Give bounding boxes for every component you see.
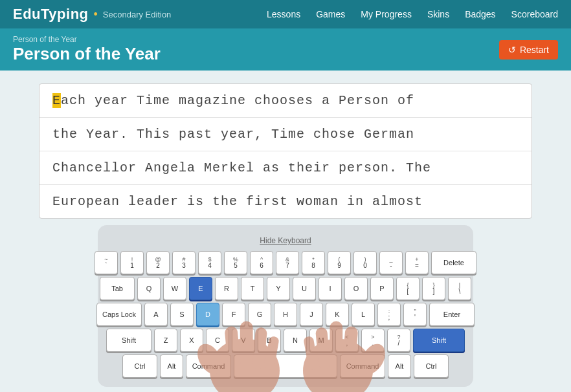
key-y[interactable]: Y bbox=[267, 277, 290, 300]
nav-games[interactable]: Games bbox=[316, 9, 345, 19]
key-s[interactable]: S bbox=[170, 303, 194, 326]
nav-skins[interactable]: Skins bbox=[427, 9, 449, 19]
subheader: Person of the Year Person of the Year ↺ … bbox=[0, 28, 571, 71]
key-alt-right[interactable]: Alt bbox=[388, 354, 411, 378]
key-shift-right[interactable]: Shift bbox=[413, 329, 465, 352]
key-k[interactable]: K bbox=[326, 303, 349, 326]
key-7[interactable]: &7 bbox=[276, 251, 299, 274]
key-x[interactable]: X bbox=[180, 329, 203, 352]
key-ctrl-left[interactable]: Ctrl bbox=[122, 354, 157, 378]
qwerty-row: Tab Q W E R T Y U I O P {[ }] |\ bbox=[108, 277, 463, 300]
typing-line-2: the Year. This past year, Time chose Ger… bbox=[39, 118, 532, 151]
nav-scoreboard[interactable]: Scoreboard bbox=[511, 9, 558, 19]
typing-line-1: Each year Time magazine chooses a Person… bbox=[39, 84, 532, 118]
key-space[interactable] bbox=[234, 354, 337, 378]
key-j[interactable]: J bbox=[300, 303, 323, 326]
key-shift-left[interactable]: Shift bbox=[106, 329, 151, 352]
key-h[interactable]: H bbox=[274, 303, 297, 326]
key-a[interactable]: A bbox=[144, 303, 168, 326]
key-command-right[interactable]: Command bbox=[340, 354, 385, 378]
brand: EduTyping • Secondary Edition bbox=[13, 6, 171, 23]
key-o[interactable]: O bbox=[344, 277, 368, 300]
breadcrumb: Person of the Year bbox=[13, 35, 161, 44]
key-n[interactable]: N bbox=[284, 329, 307, 352]
zxcv-row: Shift Z X C V B N M <, >. ?/ Shift bbox=[108, 329, 463, 352]
key-delete[interactable]: Delete bbox=[431, 251, 476, 274]
key-lbracket[interactable]: {[ bbox=[396, 277, 420, 300]
keyboard-header: Hide Keyboard bbox=[108, 234, 463, 246]
key-tilde[interactable]: ~` bbox=[95, 251, 118, 274]
restart-label: Restart bbox=[520, 45, 549, 55]
key-equals[interactable]: += bbox=[405, 251, 429, 274]
key-4[interactable]: $4 bbox=[198, 251, 221, 274]
key-5[interactable]: %5 bbox=[224, 251, 247, 274]
key-command-left[interactable]: Command bbox=[186, 354, 231, 378]
bottom-row: Ctrl Alt Command Command Alt Ctrl bbox=[108, 354, 463, 378]
nav-lessons[interactable]: Lessons bbox=[267, 9, 300, 19]
brand-dot: • bbox=[94, 8, 98, 21]
key-u[interactable]: U bbox=[293, 277, 316, 300]
key-t[interactable]: T bbox=[241, 277, 264, 300]
header: EduTyping • Secondary Edition Lessons Ga… bbox=[0, 0, 571, 28]
key-capslock[interactable]: Caps Lock bbox=[96, 303, 142, 326]
key-ctrl-right[interactable]: Ctrl bbox=[414, 354, 449, 378]
number-row: ~` !1 @2 #3 $4 %5 ^6 &7 *8 (9 )0 _- += D… bbox=[108, 251, 463, 274]
typing-area[interactable]: Each year Time magazine chooses a Person… bbox=[39, 83, 532, 219]
main-content: Each year Time magazine chooses a Person… bbox=[0, 71, 571, 392]
key-period[interactable]: >. bbox=[361, 329, 385, 352]
key-q[interactable]: Q bbox=[137, 277, 161, 300]
typing-line-3: Chancellor Angela Merkel as their person… bbox=[39, 151, 532, 185]
key-0[interactable]: )0 bbox=[353, 251, 377, 274]
key-1[interactable]: !1 bbox=[120, 251, 144, 274]
typing-line-4: European leader is the first woman in al… bbox=[39, 185, 532, 218]
key-e[interactable]: E bbox=[189, 277, 212, 300]
hide-keyboard-button[interactable]: Hide Keyboard bbox=[260, 236, 311, 245]
current-char: E bbox=[52, 93, 61, 108]
nav-badges[interactable]: Badges bbox=[465, 9, 495, 19]
key-3[interactable]: #3 bbox=[172, 251, 196, 274]
keyboard: Hide Keyboard ~` !1 @2 #3 $4 %5 ^6 &7 *8… bbox=[98, 225, 473, 387]
key-z[interactable]: Z bbox=[154, 329, 177, 352]
key-rbracket[interactable]: }] bbox=[422, 277, 445, 300]
key-r[interactable]: R bbox=[215, 277, 238, 300]
key-enter[interactable]: Enter bbox=[429, 303, 475, 326]
key-alt-left[interactable]: Alt bbox=[160, 354, 183, 378]
key-quote[interactable]: "' bbox=[403, 303, 427, 326]
key-2[interactable]: @2 bbox=[146, 251, 170, 274]
restart-button[interactable]: ↺ Restart bbox=[499, 40, 558, 60]
brand-subtitle: Secondary Edition bbox=[103, 10, 172, 19]
keyboard-wrapper: Hide Keyboard ~` !1 @2 #3 $4 %5 ^6 &7 *8… bbox=[98, 225, 473, 387]
key-p[interactable]: P bbox=[370, 277, 394, 300]
brand-title: EduTyping bbox=[13, 6, 89, 23]
key-i[interactable]: I bbox=[319, 277, 342, 300]
key-b[interactable]: B bbox=[258, 329, 281, 352]
subheader-left: Person of the Year Person of the Year bbox=[13, 35, 161, 64]
main-nav: Lessons Games My Progress Skins Badges S… bbox=[267, 9, 558, 19]
key-8[interactable]: *8 bbox=[302, 251, 325, 274]
key-slash[interactable]: ?/ bbox=[387, 329, 410, 352]
key-6[interactable]: ^6 bbox=[250, 251, 273, 274]
key-f[interactable]: F bbox=[222, 303, 245, 326]
key-l[interactable]: L bbox=[352, 303, 375, 326]
key-9[interactable]: (9 bbox=[328, 251, 351, 274]
key-semicolon[interactable]: :; bbox=[377, 303, 401, 326]
key-comma[interactable]: <, bbox=[335, 329, 359, 352]
key-backslash[interactable]: |\ bbox=[448, 277, 471, 300]
key-m[interactable]: M bbox=[309, 329, 333, 352]
nav-my-progress[interactable]: My Progress bbox=[361, 9, 412, 19]
asdf-row: Caps Lock A S D F G H J K L :; "' Enter bbox=[108, 303, 463, 326]
key-w[interactable]: W bbox=[163, 277, 186, 300]
key-g[interactable]: G bbox=[248, 303, 271, 326]
key-minus[interactable]: _- bbox=[379, 251, 403, 274]
restart-icon: ↺ bbox=[508, 45, 516, 55]
page-title: Person of the Year bbox=[13, 44, 161, 64]
key-d[interactable]: D bbox=[196, 303, 219, 326]
key-tab[interactable]: Tab bbox=[100, 277, 135, 300]
key-v[interactable]: V bbox=[232, 329, 255, 352]
key-c[interactable]: C bbox=[206, 329, 229, 352]
